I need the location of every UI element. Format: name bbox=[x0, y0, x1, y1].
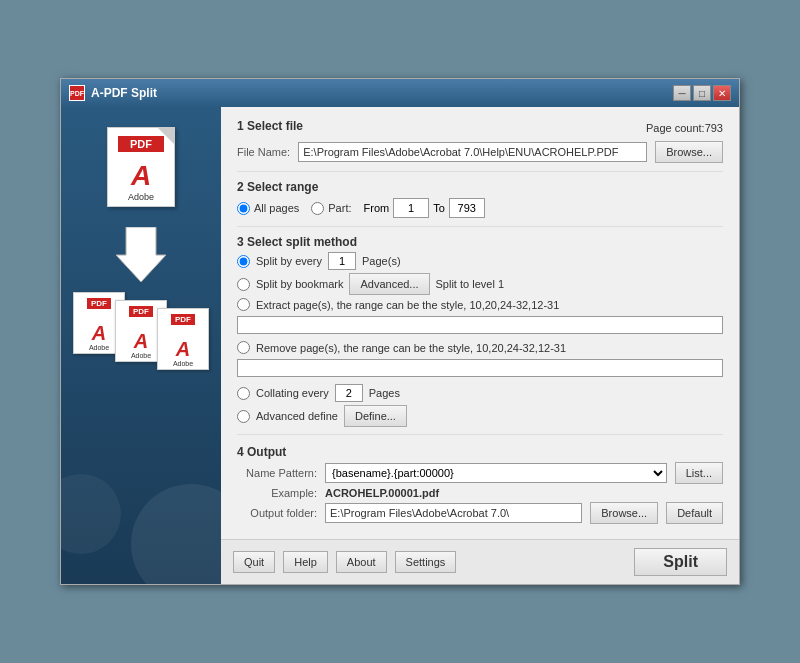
extract-radio[interactable] bbox=[237, 298, 250, 311]
all-pages-radio-group: All pages bbox=[237, 202, 299, 215]
from-label: From bbox=[364, 202, 390, 214]
adobe-text-b3: Adobe bbox=[158, 360, 208, 367]
all-pages-label: All pages bbox=[254, 202, 299, 214]
pdf-document-bottom-3: PDF A Adobe bbox=[157, 308, 209, 370]
to-input[interactable] bbox=[449, 198, 485, 218]
arrow-down-icon bbox=[116, 227, 166, 282]
section-split-method: 3 Select split method Split by every Pag… bbox=[237, 235, 723, 435]
about-button[interactable]: About bbox=[336, 551, 387, 573]
section4-title: 4 Output bbox=[237, 445, 286, 459]
range-row: All pages Part: From To bbox=[237, 198, 723, 218]
maximize-button[interactable]: □ bbox=[693, 85, 711, 101]
advanced-button[interactable]: Advanced... bbox=[349, 273, 429, 295]
pdf-document-top: PDF A Adobe bbox=[107, 127, 175, 207]
section1-title: 1 Select file bbox=[237, 119, 303, 133]
acrobat-symbol-top: A bbox=[131, 160, 151, 191]
pdf-badge-bottom-2: PDF bbox=[129, 306, 153, 317]
acrobat-symbol-b2: A bbox=[134, 330, 148, 352]
pdf-badge-top: PDF bbox=[118, 136, 164, 152]
section-select-range: 2 Select range All pages Part: From bbox=[237, 180, 723, 227]
form-area: 1 Select file Page count:793 File Name: … bbox=[221, 107, 739, 539]
default-button[interactable]: Default bbox=[666, 502, 723, 524]
extract-label: Extract page(s), the range can be the st… bbox=[256, 299, 559, 311]
close-button[interactable]: ✕ bbox=[713, 85, 731, 101]
titlebar-left: PDF A-PDF Split bbox=[69, 85, 157, 101]
minimize-button[interactable]: ─ bbox=[673, 85, 691, 101]
collating-pages-label: Pages bbox=[369, 387, 400, 399]
range-inputs: From To bbox=[364, 198, 485, 218]
left-panel: PDF A Adobe PDF A bbox=[61, 107, 221, 584]
window-title: A-PDF Split bbox=[91, 86, 157, 100]
quit-button[interactable]: Quit bbox=[233, 551, 275, 573]
output-folder-label: Output folder: bbox=[237, 507, 317, 519]
example-label: Example: bbox=[237, 487, 317, 499]
browse-file-button[interactable]: Browse... bbox=[655, 141, 723, 163]
split-every-row: Split by every Page(s) bbox=[237, 252, 723, 270]
titlebar-controls: ─ □ ✕ bbox=[673, 85, 731, 101]
advanced-define-radio[interactable] bbox=[237, 410, 250, 423]
collating-row: Collating every Pages bbox=[237, 384, 723, 402]
extract-row: Extract page(s), the range can be the st… bbox=[237, 298, 723, 311]
split-bookmark-label: Split by bookmark bbox=[256, 278, 343, 290]
from-input[interactable] bbox=[393, 198, 429, 218]
file-label: File Name: bbox=[237, 146, 290, 158]
part-label: Part: bbox=[328, 202, 351, 214]
example-value: ACROHELP.00001.pdf bbox=[325, 487, 439, 499]
pdf-badge-bottom-3: PDF bbox=[171, 314, 195, 325]
define-button[interactable]: Define... bbox=[344, 405, 407, 427]
output-folder-row: Output folder: Browse... Default bbox=[237, 502, 723, 524]
to-label: To bbox=[433, 202, 445, 214]
split-every-input[interactable] bbox=[328, 252, 356, 270]
browse-output-button[interactable]: Browse... bbox=[590, 502, 658, 524]
acrobat-symbol-b1: A bbox=[92, 322, 106, 344]
remove-row: Remove page(s), the range can be the sty… bbox=[237, 341, 723, 354]
app-icon: PDF bbox=[69, 85, 85, 101]
collating-label: Collating every bbox=[256, 387, 329, 399]
split-bookmark-row: Split by bookmark Advanced... Split to l… bbox=[237, 273, 723, 295]
split-every-label: Split by every bbox=[256, 255, 322, 267]
part-radio-group: Part: bbox=[311, 202, 351, 215]
adobe-text-top: Adobe bbox=[108, 192, 174, 202]
remove-radio[interactable] bbox=[237, 341, 250, 354]
pdf-icons-bottom: PDF A Adobe PDF A Adobe PDF A bbox=[73, 292, 209, 370]
name-pattern-row: Name Pattern: {basename}.{part:00000} Li… bbox=[237, 462, 723, 484]
section3-title: 3 Select split method bbox=[237, 235, 357, 249]
split-level-label: Split to level 1 bbox=[436, 278, 504, 290]
extract-input[interactable] bbox=[237, 316, 723, 334]
name-pattern-label: Name Pattern: bbox=[237, 467, 317, 479]
example-row: Example: ACROHELP.00001.pdf bbox=[237, 487, 723, 499]
collating-input[interactable] bbox=[335, 384, 363, 402]
section-output: 4 Output Name Pattern: {basename}.{part:… bbox=[237, 445, 723, 527]
advanced-define-label: Advanced define bbox=[256, 410, 338, 422]
split-button[interactable]: Split bbox=[634, 548, 727, 576]
pdf-badge-bottom-1: PDF bbox=[87, 298, 111, 309]
file-name-input[interactable] bbox=[298, 142, 647, 162]
settings-button[interactable]: Settings bbox=[395, 551, 457, 573]
collating-radio[interactable] bbox=[237, 387, 250, 400]
bottom-bar: Quit Help About Settings Split bbox=[221, 539, 739, 584]
list-button[interactable]: List... bbox=[675, 462, 723, 484]
all-pages-radio[interactable] bbox=[237, 202, 250, 215]
section-select-file: 1 Select file Page count:793 File Name: … bbox=[237, 119, 723, 172]
pages-label: Page(s) bbox=[362, 255, 401, 267]
remove-input[interactable] bbox=[237, 359, 723, 377]
titlebar: PDF A-PDF Split ─ □ ✕ bbox=[61, 79, 739, 107]
svg-marker-0 bbox=[116, 227, 166, 282]
pdf-icon-top: PDF A Adobe bbox=[107, 127, 175, 207]
acrobat-symbol-b3: A bbox=[176, 338, 190, 360]
advanced-define-row: Advanced define Define... bbox=[237, 405, 723, 427]
name-pattern-select[interactable]: {basename}.{part:00000} bbox=[325, 463, 667, 483]
section2-title: 2 Select range bbox=[237, 180, 318, 194]
main-window: PDF A-PDF Split ─ □ ✕ PDF A Adobe bbox=[60, 78, 740, 585]
split-every-radio[interactable] bbox=[237, 255, 250, 268]
main-content: PDF A Adobe PDF A bbox=[61, 107, 739, 584]
page-count: Page count:793 bbox=[646, 122, 723, 134]
remove-label: Remove page(s), the range can be the sty… bbox=[256, 342, 566, 354]
right-panel: 1 Select file Page count:793 File Name: … bbox=[221, 107, 739, 584]
file-row: File Name: Browse... bbox=[237, 141, 723, 163]
help-button[interactable]: Help bbox=[283, 551, 328, 573]
split-bookmark-radio[interactable] bbox=[237, 278, 250, 291]
part-radio[interactable] bbox=[311, 202, 324, 215]
output-folder-input[interactable] bbox=[325, 503, 582, 523]
